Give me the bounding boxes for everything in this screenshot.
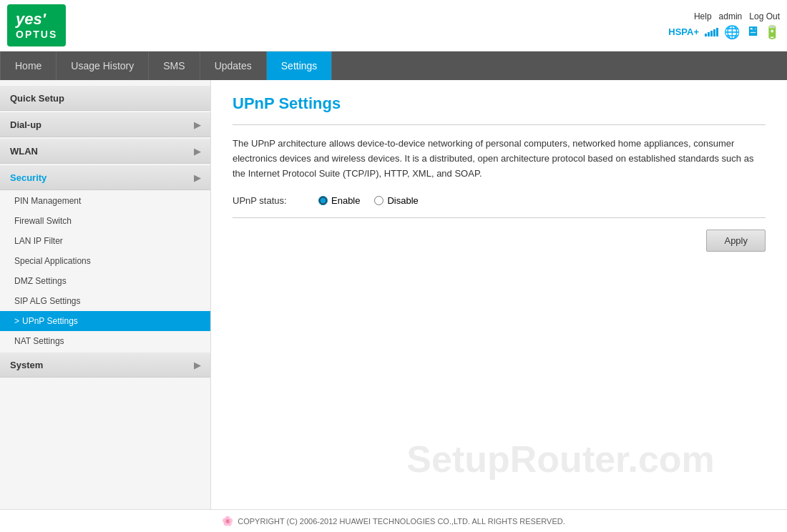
help-link[interactable]: Help [694, 11, 712, 21]
sidebar-section-system: System ▶ [0, 353, 210, 378]
nav-settings[interactable]: Settings [267, 51, 333, 80]
footer-copyright: COPYRIGHT (C) 2006-2012 HUAWEI TECHNOLOG… [238, 517, 564, 526]
sidebar-item-quick-setup[interactable]: Quick Setup [0, 86, 210, 111]
radio-disable[interactable] [374, 196, 383, 205]
sidebar-section-security: Security ▶ PIN Management Firewall Switc… [0, 165, 210, 351]
top-bar: yes' OPTUS Help admin Log Out HSPA+ 🌐 🖥 … [0, 0, 787, 51]
title-divider [233, 124, 766, 125]
sidebar-section-dialup: Dial-up ▶ [0, 112, 210, 137]
sidebar-section-wlan: WLAN ▶ [0, 139, 210, 164]
sidebar-item-pin-management[interactable]: PIN Management [0, 191, 210, 211]
radio-disable-text: Disable [387, 195, 418, 206]
sidebar-section-quick-setup: Quick Setup [0, 86, 210, 111]
sidebar-item-sip-alg-settings[interactable]: SIP ALG Settings [0, 291, 210, 311]
huawei-logo: 🌸 [222, 516, 233, 526]
chevron-right-icon-wlan: ▶ [194, 147, 200, 157]
sidebar-item-dmz-settings[interactable]: DMZ Settings [0, 271, 210, 291]
main-nav: Home Usage History SMS Updates Settings [0, 51, 787, 80]
sidebar-item-wlan[interactable]: WLAN ▶ [0, 139, 210, 164]
bottom-divider [233, 217, 766, 218]
nav-sms[interactable]: SMS [149, 51, 200, 80]
main-content: UPnP Settings The UPnP architecture allo… [211, 80, 787, 509]
signal-bar-5 [716, 28, 718, 36]
sidebar-item-firewall-switch[interactable]: Firewall Switch [0, 211, 210, 231]
battery-icon: 🔋 [764, 24, 780, 40]
nav-home[interactable]: Home [0, 51, 57, 80]
admin-link[interactable]: admin [719, 11, 743, 21]
sidebar: Quick Setup Dial-up ▶ WLAN ▶ Security ▶ … [0, 80, 211, 509]
footer: 🌸 COPYRIGHT (C) 2006-2012 HUAWEI TECHNOL… [0, 509, 787, 532]
nav-updates[interactable]: Updates [200, 51, 267, 80]
sidebar-label-dialup: Dial-up [10, 119, 41, 130]
chevron-right-icon: ▶ [194, 120, 200, 130]
sidebar-label-security: Security [10, 172, 47, 183]
network-type-label: HSPA+ [668, 26, 699, 37]
globe-icon: 🌐 [724, 24, 740, 40]
sidebar-item-system[interactable]: System ▶ [0, 353, 210, 378]
top-right: Help admin Log Out HSPA+ 🌐 🖥 🔋 [668, 11, 780, 40]
sidebar-item-special-applications[interactable]: Special Applications [0, 251, 210, 271]
status-icons: HSPA+ 🌐 🖥 🔋 [668, 24, 780, 40]
upnp-status-row: UPnP status: Enable Disable [233, 195, 766, 206]
sidebar-item-upnp-settings[interactable]: UPnP Settings [0, 311, 210, 331]
sidebar-item-nat-settings[interactable]: NAT Settings [0, 331, 210, 351]
sidebar-item-lan-ip-filter[interactable]: LAN IP Filter [0, 231, 210, 251]
upnp-radio-group: Enable Disable [318, 195, 419, 206]
button-row: Apply [233, 230, 766, 252]
radio-disable-label[interactable]: Disable [374, 195, 418, 206]
signal-bar-3 [710, 31, 713, 36]
logo-area: yes' OPTUS [7, 4, 66, 46]
content-area: Quick Setup Dial-up ▶ WLAN ▶ Security ▶ … [0, 80, 787, 509]
sidebar-sub-items-security: PIN Management Firewall Switch LAN IP Fi… [0, 191, 210, 351]
apply-button[interactable]: Apply [706, 230, 766, 252]
sidebar-item-dialup[interactable]: Dial-up ▶ [0, 112, 210, 137]
sidebar-item-security[interactable]: Security ▶ [0, 165, 210, 190]
brand-logo: yes' OPTUS [7, 4, 66, 46]
upnp-status-label: UPnP status: [233, 195, 318, 206]
signal-bar-1 [705, 34, 707, 36]
radio-enable[interactable] [318, 196, 328, 205]
sidebar-label-quick-setup: Quick Setup [10, 93, 64, 104]
top-links: Help admin Log Out [694, 11, 780, 21]
chevron-right-icon-security: ▶ [194, 173, 200, 183]
sidebar-label-wlan: WLAN [10, 146, 38, 157]
page-title: UPnP Settings [233, 94, 766, 113]
monitor-icon: 🖥 [746, 24, 758, 39]
nav-usage-history[interactable]: Usage History [57, 51, 149, 80]
brand-optus: OPTUS [16, 29, 57, 41]
chevron-right-icon-system: ▶ [194, 360, 200, 370]
radio-enable-text: Enable [331, 195, 360, 206]
signal-bar-4 [713, 29, 715, 36]
logout-link[interactable]: Log Out [749, 11, 780, 21]
watermark: SetupRouter.com [406, 438, 715, 481]
radio-enable-label[interactable]: Enable [318, 195, 360, 206]
signal-bar-2 [708, 32, 710, 36]
sidebar-label-system: System [10, 360, 43, 370]
description-text: The UPnP architecture allows device-to-d… [233, 137, 766, 181]
signal-bars [705, 28, 718, 36]
brand-yes: yes' [16, 10, 57, 29]
